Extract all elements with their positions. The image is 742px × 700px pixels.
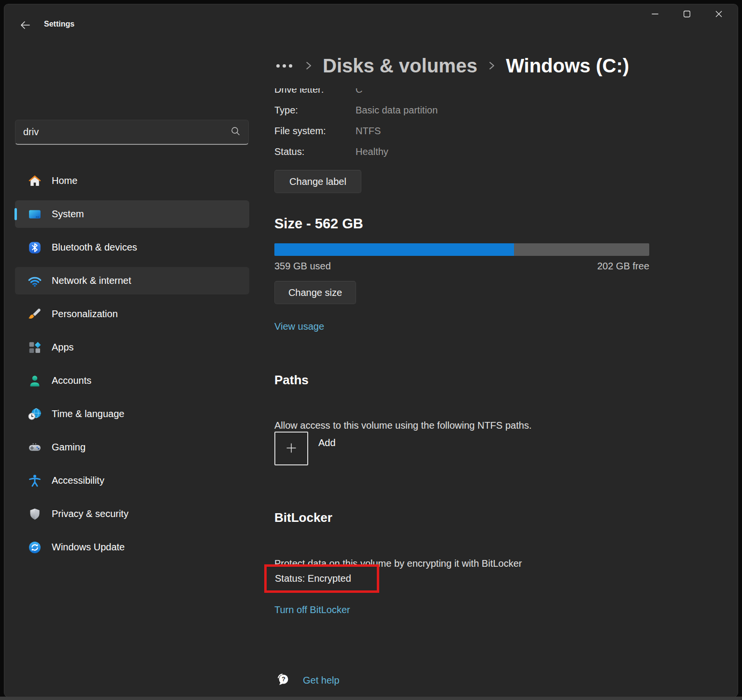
settings-window: Settings driv Home Sys	[4, 4, 738, 697]
search-value: driv	[23, 126, 230, 138]
accounts-icon	[28, 374, 42, 388]
bitlocker-section-heading: BitLocker	[274, 510, 332, 525]
ellipsis-dot	[289, 64, 292, 68]
back-button[interactable]	[16, 17, 34, 34]
sidebar-item-label: Network & internet	[52, 275, 131, 286]
sidebar-item-label: Accounts	[52, 375, 91, 386]
help-bubble-icon: ?	[274, 671, 291, 689]
sidebar-item-time-language[interactable]: Time & language	[15, 400, 249, 428]
app-title: Settings	[44, 20, 74, 28]
get-help-label[interactable]: Get help	[303, 675, 340, 686]
maximize-button[interactable]	[671, 4, 703, 25]
sidebar-item-label: Gaming	[52, 442, 86, 453]
volume-properties: Drive letter: C Type: Basic data partiti…	[274, 88, 656, 165]
ellipsis-dot	[276, 64, 280, 68]
sidebar-item-bluetooth-devices[interactable]: Bluetooth & devices	[15, 234, 249, 261]
usage-labels: 359 GB used 202 GB free	[274, 261, 649, 272]
chevron-right-icon	[487, 61, 496, 72]
back-arrow-icon	[19, 19, 31, 32]
property-row: Status: Healthy	[274, 144, 388, 159]
sidebar-item-personalization[interactable]: Personalization	[15, 300, 249, 328]
change-label-button[interactable]: Change label	[274, 170, 361, 193]
maximize-icon	[683, 10, 691, 19]
add-path-label: Add	[318, 437, 336, 448]
add-path-button[interactable]	[274, 432, 308, 465]
sidebar-item-network-internet[interactable]: Network & internet	[15, 267, 249, 294]
sidebar-item-system[interactable]: System	[15, 200, 249, 228]
property-label: File system:	[274, 126, 356, 137]
apps-icon	[28, 340, 42, 355]
network-icon	[28, 274, 42, 288]
active-indicator-pill	[14, 208, 17, 220]
sidebar-item-label: Time & language	[52, 408, 124, 420]
get-help[interactable]: ? Get help	[274, 671, 340, 689]
caption-controls	[639, 4, 735, 25]
search-input[interactable]: driv	[15, 120, 249, 145]
sidebar-item-label: Accessibility	[52, 475, 104, 486]
sidebar-item-accounts[interactable]: Accounts	[15, 367, 249, 394]
used-space-label: 359 GB used	[274, 261, 331, 272]
minimize-icon	[651, 10, 659, 19]
annotation-highlight-box: Status: Encrypted	[264, 564, 379, 593]
sidebar-item-label: Windows Update	[52, 542, 125, 553]
sidebar-item-label: System	[52, 209, 84, 220]
search-icon	[230, 126, 241, 138]
change-size-button[interactable]: Change size	[274, 281, 356, 304]
minimize-button[interactable]	[639, 4, 671, 25]
home-icon	[28, 174, 42, 188]
property-value: Healthy	[356, 146, 388, 157]
chevron-right-icon	[304, 61, 313, 72]
sidebar-item-accessibility[interactable]: Accessibility	[15, 467, 249, 494]
turn-off-bitlocker-link[interactable]: Turn off BitLocker	[274, 604, 350, 616]
bluetooth-icon	[28, 240, 42, 255]
sidebar-item-label: Apps	[52, 342, 74, 353]
windows-update-icon	[28, 540, 42, 555]
bitlocker-status: Status: Encrypted	[275, 573, 351, 584]
sidebar-item-label: Bluetooth & devices	[52, 242, 137, 253]
sidebar-item-label: Personalization	[52, 308, 118, 320]
taskbar-sliver	[0, 697, 742, 700]
breadcrumb: Disks & volumes Windows (C:)	[274, 50, 629, 81]
property-row: File system: NTFS	[274, 124, 381, 138]
system-icon	[28, 207, 42, 222]
breadcrumb-overflow-button[interactable]	[274, 61, 294, 70]
personalization-icon	[28, 307, 42, 322]
sidebar-item-windows-update[interactable]: Windows Update	[15, 533, 249, 561]
property-row: Type: Basic data partition	[274, 103, 438, 117]
time-language-icon	[28, 407, 42, 421]
plus-icon	[285, 441, 298, 456]
property-label: Drive letter:	[274, 88, 356, 95]
property-value: Basic data partition	[356, 105, 438, 116]
sidebar-item-label: Privacy & security	[52, 508, 128, 519]
ellipsis-dot	[283, 64, 286, 68]
close-icon	[715, 10, 723, 19]
free-space-label: 202 GB free	[597, 261, 649, 272]
view-usage-link[interactable]: View usage	[274, 321, 324, 332]
disk-usage-fill	[274, 243, 514, 256]
paths-section-heading: Paths	[274, 373, 309, 388]
property-value: C	[356, 88, 362, 95]
sidebar-item-gaming[interactable]: Gaming	[15, 434, 249, 461]
property-label: Status:	[274, 146, 356, 157]
sidebar-item-apps[interactable]: Apps	[15, 334, 249, 361]
breadcrumb-parent[interactable]: Disks & volumes	[323, 55, 477, 77]
sidebar-item-home[interactable]: Home	[15, 167, 249, 195]
size-section-heading: Size - 562 GB	[274, 216, 363, 232]
gaming-icon	[28, 440, 42, 455]
sidebar-item-label: Home	[52, 175, 77, 186]
accessibility-icon	[28, 474, 42, 488]
property-row: Drive letter: C	[274, 88, 362, 97]
disk-usage-bar	[274, 243, 649, 256]
page-title: Windows (C:)	[506, 55, 629, 77]
close-button[interactable]	[703, 4, 735, 25]
sidebar-item-privacy-security[interactable]: Privacy & security	[15, 500, 249, 528]
svg-text:?: ?	[282, 675, 285, 683]
privacy-security-icon	[28, 507, 42, 521]
property-value: NTFS	[356, 126, 381, 137]
property-label: Type:	[274, 105, 356, 116]
paths-description: Allow access to this volume using the fo…	[274, 420, 531, 431]
